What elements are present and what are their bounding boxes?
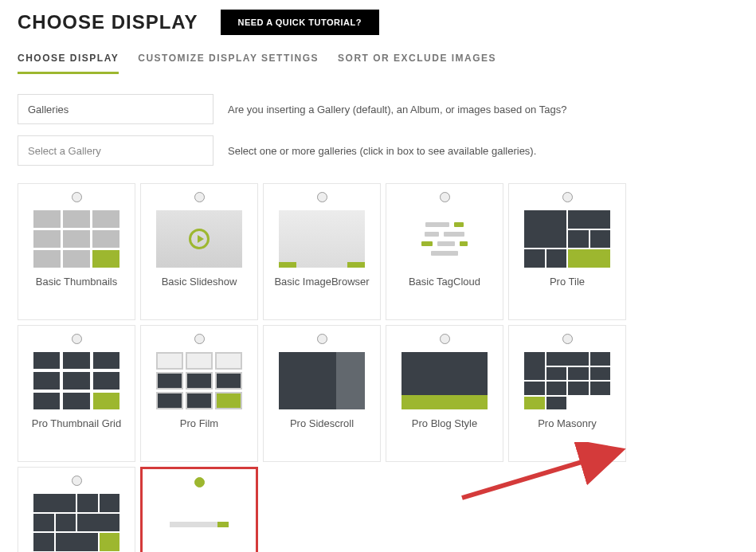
preview-frontend-image-search [156, 495, 242, 552]
source-select[interactable]: Galleries [18, 94, 213, 124]
option-pro-sidescroll[interactable]: Pro Sidescroll [263, 325, 381, 462]
option-basic-slideshow[interactable]: Basic Slideshow [140, 183, 258, 320]
option-pro-tile[interactable]: Pro Tile [508, 183, 626, 320]
option-frontend-image-search[interactable]: Frontend Image Search [140, 467, 258, 552]
tutorial-button[interactable]: NEED A QUICK TUTORIAL? [221, 10, 379, 35]
option-label: Pro Blog Style [412, 417, 477, 431]
radio-icon [317, 192, 327, 202]
tab-sort-exclude[interactable]: SORT OR EXCLUDE IMAGES [338, 53, 496, 74]
radio-icon [194, 192, 205, 202]
option-label: Pro Tile [550, 276, 585, 289]
preview-pro-masonry [524, 352, 610, 409]
radio-icon [72, 334, 82, 344]
preview-pro-tile [524, 210, 610, 268]
option-pro-masonry[interactable]: Pro Masonry [508, 325, 626, 462]
source-help-text: Are you inserting a Gallery (default), a… [228, 104, 566, 115]
option-label: Pro Thumbnail Grid [32, 417, 121, 431]
page-title: CHOOSE DISPLAY [18, 11, 198, 33]
gallery-help-text: Select one or more galleries (click in b… [228, 145, 536, 157]
radio-icon [194, 477, 205, 487]
option-label: Pro Masonry [538, 417, 597, 431]
option-label: Basic ImageBrowser [274, 276, 369, 289]
radio-icon [317, 334, 327, 344]
tab-customize-settings[interactable]: CUSTOMIZE DISPLAY SETTINGS [138, 53, 319, 74]
preview-pro-film [156, 352, 242, 409]
preview-pro-blog-style [402, 352, 488, 409]
option-label: Pro Sidescroll [290, 417, 354, 431]
display-options-grid: Basic Thumbnails Basic Slideshow Basic I… [18, 183, 738, 552]
option-basic-tagcloud[interactable]: Basic TagCloud [386, 183, 503, 320]
option-pro-thumbnail-grid[interactable]: Pro Thumbnail Grid [18, 325, 135, 462]
tab-choose-display[interactable]: CHOOSE DISPLAY [18, 53, 119, 74]
preview-pro-thumbnail-grid [33, 352, 119, 409]
option-pro-film[interactable]: Pro Film [140, 325, 258, 462]
option-basic-thumbnails[interactable]: Basic Thumbnails [18, 183, 135, 320]
option-label: Basic TagCloud [409, 276, 480, 289]
preview-basic-imagebrowser [279, 210, 365, 268]
gallery-select[interactable]: Select a Gallery [18, 135, 213, 166]
radio-icon [562, 192, 573, 202]
preview-pro-mosaic [33, 494, 119, 551]
tab-bar: CHOOSE DISPLAY CUSTOMIZE DISPLAY SETTING… [18, 53, 738, 75]
option-pro-blog-style[interactable]: Pro Blog Style [386, 325, 503, 462]
radio-icon [440, 334, 450, 344]
option-basic-imagebrowser[interactable]: Basic ImageBrowser [263, 183, 381, 320]
play-icon [189, 229, 210, 249]
option-pro-mosaic[interactable]: Pro Mosaic [18, 467, 135, 552]
preview-pro-sidescroll [279, 352, 365, 409]
radio-icon [440, 192, 450, 202]
option-label: Basic Thumbnails [36, 276, 117, 289]
radio-icon [72, 192, 82, 202]
preview-basic-thumbnails [33, 210, 119, 268]
radio-icon [562, 334, 573, 344]
option-label: Pro Film [180, 417, 218, 431]
preview-basic-tagcloud [402, 210, 488, 268]
radio-icon [194, 334, 205, 344]
preview-basic-slideshow [156, 210, 242, 268]
option-label: Basic Slideshow [162, 276, 237, 289]
radio-icon [72, 476, 82, 486]
